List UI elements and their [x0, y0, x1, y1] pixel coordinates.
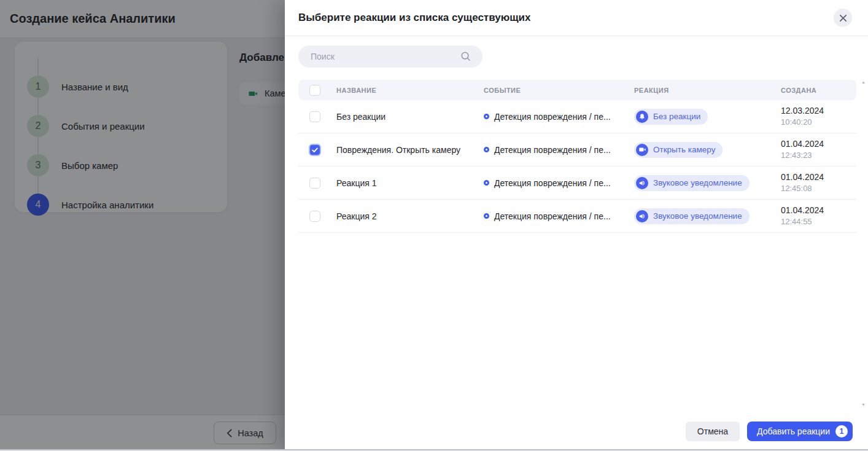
reactions-table: НАЗВАНИЕ СОБЫТИЕ РЕАКЦИЯ СОЗДАНА	[298, 80, 856, 233]
table-header-row: НАЗВАНИЕ СОБЫТИЕ РЕАКЦИЯ СОЗДАНА	[298, 80, 856, 100]
modal-footer: Отмена Добавить реакции 1	[686, 422, 853, 441]
speaker-icon	[636, 210, 648, 222]
reaction-cell: Звуковое уведомление	[624, 175, 771, 191]
event-name: Детекция повреждения / пе...	[494, 211, 611, 221]
table-row[interactable]: Без реакции Детекция повреждения / пе...…	[298, 100, 856, 133]
column-header-event: СОБЫТИЕ	[474, 87, 624, 94]
reaction-name: Реакция 1	[327, 178, 474, 188]
cancel-button[interactable]: Отмена	[686, 422, 740, 441]
row-checkbox[interactable]	[309, 144, 321, 156]
table-row[interactable]: Реакция 1 Детекция повреждения / пе... З…	[298, 167, 856, 200]
reaction-badge-label: Без реакции	[653, 112, 700, 121]
event-type-icon	[484, 180, 489, 186]
column-header-reaction: РЕАКЦИЯ	[624, 87, 771, 94]
row-checkbox[interactable]	[309, 111, 320, 122]
modal-title: Выберите реакции из списка существующих	[298, 12, 834, 24]
reaction-badge-label: Звуковое уведомление	[653, 211, 742, 221]
select-reactions-modal: Выберите реакции из списка существующих …	[285, 0, 868, 451]
select-all-checkbox[interactable]	[309, 85, 320, 96]
camera-icon	[636, 144, 648, 156]
event-cell: Детекция повреждения / пе...	[474, 178, 624, 188]
created-cell: 01.04.2024 12:44:55	[771, 204, 856, 228]
event-type-icon	[484, 213, 489, 219]
created-time: 12:45:08	[781, 183, 856, 195]
scroll-down-arrow[interactable]: ▼	[861, 402, 866, 407]
row-checkbox[interactable]	[309, 211, 320, 222]
created-time: 12:44:55	[781, 216, 856, 228]
search-icon	[460, 50, 471, 65]
event-cell: Детекция повреждения / пе...	[474, 112, 624, 122]
reaction-badge-label: Звуковое уведомление	[653, 178, 742, 187]
created-time: 10:40:20	[781, 117, 856, 128]
event-type-icon	[484, 147, 489, 152]
search-input[interactable]	[298, 45, 482, 68]
checkmark-icon	[311, 146, 319, 154]
event-type-icon	[484, 114, 489, 119]
reaction-name: Повреждения. Открыть камеру	[327, 145, 474, 155]
scroll-up-arrow[interactable]: ▲	[861, 80, 866, 84]
reaction-name: Реакция 2	[327, 211, 474, 221]
table-row[interactable]: Реакция 2 Детекция повреждения / пе... З…	[298, 200, 856, 233]
modal-header: Выберите реакции из списка существующих	[285, 0, 868, 36]
created-date: 01.04.2024	[781, 204, 856, 216]
event-name: Детекция повреждения / пе...	[494, 145, 611, 155]
event-cell: Детекция повреждения / пе...	[474, 211, 624, 221]
reaction-name: Без реакции	[327, 112, 474, 122]
reaction-badge: Звуковое уведомление	[634, 175, 750, 191]
search-wrap	[298, 45, 482, 68]
reaction-badge-label: Открыть камеру	[653, 145, 715, 154]
reaction-badge: Звуковое уведомление	[634, 208, 750, 224]
table-row[interactable]: Повреждения. Открыть камеру Детекция пов…	[298, 133, 856, 167]
selected-count-badge: 1	[835, 425, 848, 437]
speaker-icon	[636, 177, 648, 189]
row-checkbox[interactable]	[309, 178, 320, 189]
created-date: 01.04.2024	[781, 138, 856, 150]
created-cell: 01.04.2024 12:43:23	[771, 138, 856, 162]
created-cell: 01.04.2024 12:45:08	[771, 171, 856, 195]
bell-icon	[636, 111, 648, 123]
close-icon	[839, 14, 847, 22]
modal-body: НАЗВАНИЕ СОБЫТИЕ РЕАКЦИЯ СОЗДАНА	[285, 36, 868, 233]
column-header-created: СОЗДАНА	[771, 87, 856, 94]
created-date: 01.04.2024	[781, 171, 856, 183]
add-reactions-button[interactable]: Добавить реакции 1	[747, 422, 853, 441]
created-time: 12:43:23	[781, 150, 856, 162]
reaction-cell: Звуковое уведомление	[624, 208, 771, 224]
close-button[interactable]	[834, 9, 852, 27]
column-header-name: НАЗВАНИЕ	[327, 87, 474, 94]
reaction-badge: Без реакции	[634, 109, 708, 125]
event-cell: Детекция повреждения / пе...	[474, 145, 624, 155]
reaction-badge: Открыть камеру	[634, 142, 723, 158]
event-name: Детекция повреждения / пе...	[494, 112, 611, 122]
reaction-cell: Открыть камеру	[624, 142, 771, 158]
created-cell: 12.03.2024 10:40:20	[771, 104, 856, 128]
table-rows: Без реакции Детекция повреждения / пе...…	[298, 100, 856, 233]
add-reactions-label: Добавить реакции	[757, 426, 830, 436]
event-name: Детекция повреждения / пе...	[494, 178, 611, 188]
reaction-cell: Без реакции	[624, 109, 771, 125]
screen: Создание кейса Аналитики 1 Название и ви…	[0, 0, 868, 451]
created-date: 12.03.2024	[781, 104, 856, 117]
